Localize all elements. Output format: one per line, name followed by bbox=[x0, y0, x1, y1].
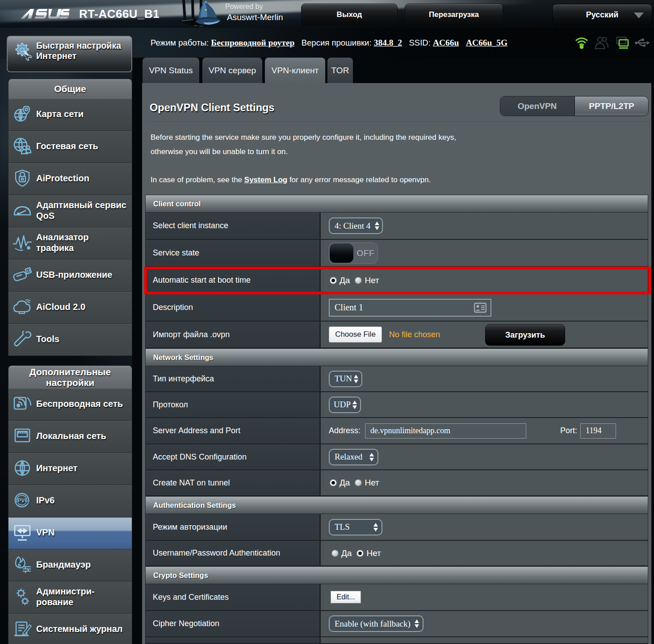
svg-text:IPV6: IPV6 bbox=[16, 498, 28, 504]
